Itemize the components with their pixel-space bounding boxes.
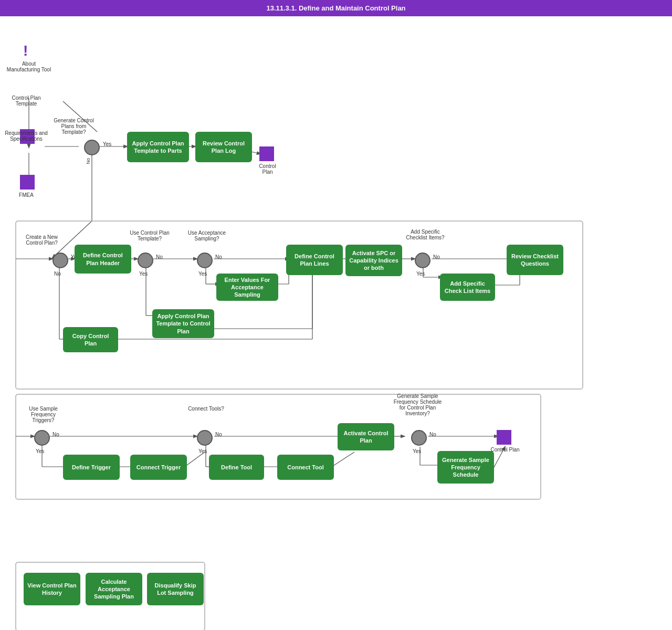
exclaim-icon: ! — [23, 43, 28, 59]
connect-tool-box[interactable]: Connect Tool — [277, 455, 334, 480]
flow-yes-gen-sample: Yes — [413, 448, 421, 454]
control-plan-1-icon — [259, 146, 274, 161]
diagram-container: ! About Manufacturing Tool Control Plan … — [0, 16, 672, 630]
calculate-acceptance-box[interactable]: Calculate Acceptance Sampling Plan — [86, 573, 142, 605]
use-cp-template-label: Use Control Plan Template? — [129, 230, 171, 242]
create-new-cp-label: Create a New Control Plan? — [22, 234, 61, 246]
flow-yes-connect-tools: Yes — [198, 448, 207, 454]
requirements-specs-label: Requirements and Specifications — [3, 130, 50, 142]
use-acceptance-label: Use Acceptance Sampling? — [186, 230, 228, 242]
define-cp-header-box[interactable]: Define Control Plan Header — [75, 245, 131, 274]
flow-yes-generate: Yes — [103, 141, 111, 147]
flow-no-use-cp: No — [156, 254, 163, 260]
generate-sample-freq-label: Generate Sample Frequency Schedule for C… — [393, 393, 443, 416]
copy-cp-box[interactable]: Copy Control Plan — [63, 327, 118, 352]
define-trigger-box[interactable]: Define Trigger — [63, 455, 120, 480]
add-specific-checklist-items-box[interactable]: Add Specific Check List Items — [440, 274, 495, 301]
decision-use-sample-freq — [34, 430, 50, 446]
title-bar: 13.11.3.1. Define and Maintain Control P… — [0, 0, 672, 16]
flow-yes-use-cp: Yes — [139, 271, 148, 277]
svg-line-46 — [332, 452, 354, 467]
control-plan-template-label: Control Plan Template — [3, 95, 50, 107]
decision-use-acceptance — [197, 253, 213, 268]
flow-yes-acceptance: Yes — [198, 271, 207, 277]
decision-connect-tools — [197, 430, 213, 446]
activate-cp-box[interactable]: Activate Control Plan — [338, 423, 394, 450]
use-sample-freq-label: Use Sample Frequency Triggers? — [21, 406, 66, 423]
connect-tools-label: Connect Tools? — [186, 406, 226, 412]
activate-spc-box[interactable]: Activate SPC or Capability Indices or bo… — [345, 245, 402, 276]
fmea-icon — [20, 175, 35, 190]
define-cp-lines-box[interactable]: Define Control Plan Lines — [286, 245, 343, 275]
flow-yes-sample-freq: Yes — [36, 448, 44, 454]
apply-cp-template-cp-box[interactable]: Apply Control Plan Template to Control P… — [152, 309, 214, 338]
flow-no-checklist: No — [433, 254, 440, 260]
fmea-label: FMEA — [10, 192, 42, 198]
generate-sample-freq-box[interactable]: Generate Sample Frequency Schedule — [437, 451, 494, 484]
flow-no-sample-freq: No — [52, 432, 59, 437]
decision-generate-cp — [84, 140, 100, 155]
decision-generate-sample-freq — [411, 430, 427, 446]
flow-no-generate: No — [86, 158, 91, 164]
control-plan-2-icon — [497, 430, 511, 445]
flow-no-gen-sample: No — [429, 432, 436, 437]
disqualify-skip-lot-box[interactable]: Disqualify Skip Lot Sampling — [147, 573, 204, 605]
control-plan-1-label: Control Plan — [253, 163, 282, 175]
page-title: 13.11.3.1. Define and Maintain Control P… — [266, 4, 405, 12]
generate-cp-template-label: Generate Control Plans from Template? — [51, 118, 96, 135]
flow-yes-checklist: Yes — [416, 271, 425, 277]
define-tool-box[interactable]: Define Tool — [209, 455, 264, 480]
decision-use-cp-template — [138, 253, 153, 268]
connect-trigger-box[interactable]: Connect Trigger — [130, 455, 187, 480]
flow-no-create: No — [54, 271, 61, 277]
svg-line-41 — [185, 452, 205, 467]
flow-no-acceptance: No — [215, 254, 222, 260]
about-manufacturing-tool-label: About Manufacturing Tool — [5, 61, 52, 72]
decision-add-checklist — [415, 253, 430, 268]
flow-arrows — [0, 16, 672, 630]
svg-rect-10 — [16, 394, 541, 499]
enter-acceptance-sampling-box[interactable]: Enter Values For Acceptance Sampling — [216, 274, 278, 301]
review-cp-log-box[interactable]: Review Control Plan Log — [195, 132, 252, 162]
decision-create-new-cp — [52, 253, 68, 268]
add-specific-checklist-label: Add Specific Checklist Items? — [404, 229, 446, 240]
review-checklist-box[interactable]: Review Checklist Questions — [507, 245, 563, 275]
control-plan-2-label: Control Plan — [489, 447, 521, 453]
apply-cp-template-parts-box[interactable]: Apply Control Plan Template to Parts — [127, 132, 189, 162]
flow-no-connect-tools: No — [215, 432, 222, 437]
view-cp-history-box[interactable]: View Control Plan History — [24, 573, 80, 605]
